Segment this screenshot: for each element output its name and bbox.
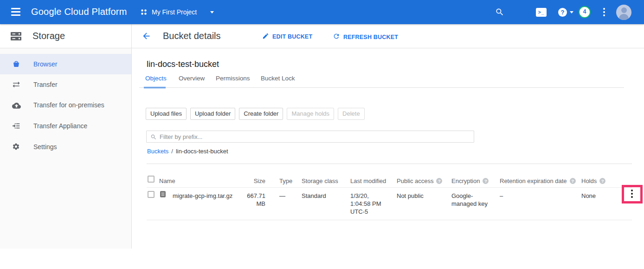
top-navigation-bar: Google Cloud Platform My First Project >… (0, 0, 644, 24)
page-header: Storage Bucket details EDIT BUCKET REFRE… (0, 24, 644, 48)
cell-last-modified: 1/3/20, 1:04:58 PM UTC-5 (350, 192, 390, 216)
help-icon[interactable]: ? (558, 8, 567, 17)
action-button-row: Upload files Upload folder Create folder… (146, 108, 365, 120)
filter-input[interactable] (160, 131, 470, 142)
cell-type: — (279, 192, 285, 200)
pencil-icon (262, 33, 269, 41)
column-header-size[interactable]: Size (242, 177, 265, 184)
cell-size: 667.71 MB (242, 192, 265, 208)
search-icon[interactable] (495, 7, 504, 19)
bucket-name: lin-docs-test-bucket (147, 59, 219, 69)
help-circle-icon[interactable]: ? (599, 178, 605, 184)
annotation-highlight-box (622, 185, 643, 203)
breadcrumb: Buckets/lin-docs-test-bucket (147, 148, 228, 155)
column-header-holds[interactable]: Holds? (581, 177, 605, 184)
column-header-name[interactable]: Name (159, 177, 175, 184)
table-row[interactable]: migrate-gcp-img.tar.gz 667.71 MB — Stand… (131, 187, 644, 220)
table-header: Name Size Type Storage class Last modifi… (131, 164, 644, 187)
notifications-badge[interactable]: 4 (579, 6, 591, 18)
upload-files-button[interactable]: Upload files (146, 108, 187, 120)
row-divider (147, 220, 632, 220)
upload-folder-button[interactable]: Upload folder (190, 108, 235, 120)
refresh-bucket-button[interactable]: REFRESH BUCKET (333, 33, 398, 41)
bucket-icon (12, 60, 20, 70)
help-circle-icon[interactable]: ? (436, 178, 442, 184)
help-circle-icon[interactable]: ? (570, 178, 576, 184)
sidebar: Browser Transfer Transfer for on-premise… (0, 48, 131, 249)
tab-overview[interactable]: Overview (179, 75, 205, 82)
cell-name[interactable]: migrate-gcp-img.tar.gz (173, 192, 232, 200)
cell-storage-class: Standard (302, 192, 326, 200)
cell-encryption: Google-managed key (451, 192, 489, 208)
column-header-storage-class[interactable]: Storage class (302, 177, 338, 184)
avatar[interactable] (616, 5, 631, 20)
edit-bucket-button[interactable]: EDIT BUCKET (262, 33, 312, 41)
project-caret-icon[interactable] (210, 11, 214, 13)
breadcrumb-buckets-link[interactable]: Buckets (147, 148, 168, 155)
section-title: Storage (32, 31, 65, 41)
swap-arrows-icon (12, 80, 20, 91)
project-icon (141, 9, 147, 17)
sidebar-divider (131, 24, 132, 249)
storage-product-icon (10, 31, 22, 43)
page-title: Bucket details (163, 31, 221, 41)
tab-permissions[interactable]: Permissions (216, 75, 250, 82)
sidebar-item-transfer-on-premises[interactable]: Transfer for on-premises (0, 95, 131, 115)
gear-icon (12, 143, 20, 152)
filter-box (146, 131, 474, 143)
select-all-checkbox[interactable] (148, 176, 155, 183)
column-header-retention[interactable]: Retention expiration date? (500, 177, 576, 184)
gcp-logo[interactable]: Google Cloud Platform (31, 7, 127, 17)
column-header-encryption[interactable]: Encryption? (451, 177, 489, 184)
sidebar-item-settings[interactable]: Settings (0, 137, 131, 157)
appliance-icon (12, 122, 20, 131)
column-header-type[interactable]: Type (279, 177, 292, 184)
file-icon (159, 190, 167, 200)
sidebar-item-transfer[interactable]: Transfer (0, 74, 131, 95)
filter-search-icon (150, 134, 157, 140)
help-caret-icon[interactable] (570, 11, 573, 13)
cell-holds: None (581, 192, 596, 200)
cloud-upload-icon (12, 102, 21, 111)
refresh-icon (333, 33, 340, 41)
row-checkbox[interactable] (148, 191, 155, 198)
cloud-shell-icon[interactable]: >_ (536, 8, 547, 17)
tab-objects[interactable]: Objects (145, 75, 167, 82)
cell-public-access: Not public (397, 192, 424, 200)
help-circle-icon[interactable]: ? (483, 178, 489, 184)
cell-retention: – (500, 192, 503, 200)
column-header-last-modified[interactable]: Last modified (350, 177, 386, 184)
column-header-public-access[interactable]: Public access? (397, 177, 442, 184)
tabs-divider (139, 87, 624, 88)
manage-holds-button[interactable]: Manage holds (287, 108, 334, 120)
create-folder-button[interactable]: Create folder (239, 108, 283, 120)
main-content: lin-docs-test-bucket Objects Overview Pe… (131, 48, 644, 249)
gcp-console: Google Cloud Platform My First Project >… (0, 0, 644, 269)
back-arrow-icon[interactable] (142, 31, 151, 43)
more-options-icon[interactable] (603, 8, 605, 16)
tab-bucket-lock[interactable]: Bucket Lock (261, 75, 295, 82)
breadcrumb-current: lin-docs-test-bucket (176, 148, 228, 155)
sidebar-item-browser[interactable]: Browser (0, 54, 131, 74)
project-selector[interactable]: My First Project (152, 8, 197, 16)
delete-button[interactable]: Delete (338, 108, 365, 120)
menu-icon[interactable] (11, 8, 20, 16)
sidebar-item-transfer-appliance[interactable]: Transfer Appliance (0, 116, 131, 136)
